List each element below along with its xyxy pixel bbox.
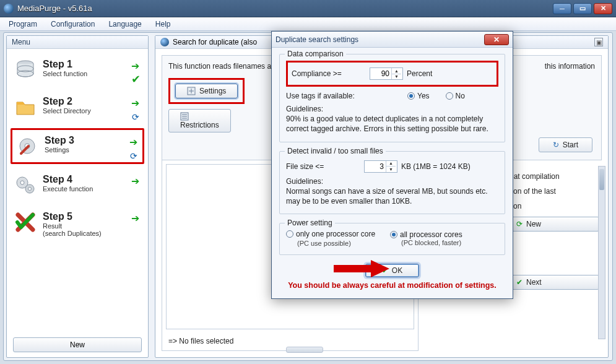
step-subtitle: Result (search Duplicates) — [43, 222, 102, 237]
arrow-right-icon: ➔ — [131, 175, 139, 187]
gears-icon — [14, 174, 37, 196]
sidebar-step-1[interactable]: Step 1 Select function ➔ ✔ — [11, 54, 144, 86]
filesize-spinner[interactable]: ▲▼ — [364, 160, 397, 173]
spin-up-icon[interactable]: ▲ — [386, 161, 396, 167]
result-icon — [14, 211, 37, 233]
folder-icon — [14, 96, 37, 118]
guidelines-text: Normal songs can have a size of several … — [286, 187, 488, 206]
use-tags-label: Use tags if available: — [286, 92, 404, 100]
all-cores-radio[interactable]: all processor cores — [390, 230, 462, 239]
one-core-sub: (PC use possible) — [286, 240, 388, 247]
restrictions-button[interactable]: Restrictions — [168, 109, 231, 132]
menu-configuration[interactable]: Configuration — [45, 19, 101, 30]
red-arrow-annotation — [334, 260, 389, 277]
refresh-icon[interactable]: ⟳ — [132, 112, 139, 122]
arrow-right-icon: ➔ — [131, 60, 139, 72]
use-tags-yes-radio[interactable]: Yes — [407, 92, 430, 100]
svg-marker-11 — [334, 260, 389, 277]
sidebar-step-2[interactable]: Step 2 Select Directory ➔ ⟳ — [11, 91, 144, 123]
dialog-title: Duplicate search settings — [275, 35, 484, 44]
app-icon — [4, 4, 14, 14]
step-subtitle: Select Directory — [43, 107, 91, 115]
settings-dialog: Duplicate search settings ✕ Data compari… — [271, 31, 513, 299]
detect-invalid-group: Detect invalid / too small files File si… — [279, 151, 505, 215]
horizontal-scrollbar[interactable] — [286, 347, 323, 353]
menu-language[interactable]: Language — [102, 19, 147, 30]
step-title: Step 2 — [43, 96, 91, 107]
group-legend: Power setting — [285, 219, 335, 227]
refresh-icon[interactable]: ⟳ — [130, 151, 137, 161]
window-close-button[interactable]: ✕ — [594, 3, 612, 14]
start-button[interactable]: ↻ Start — [539, 137, 592, 152]
maximize-icon: ▭ — [579, 4, 586, 12]
step-title: Step 4 — [43, 174, 93, 185]
window-maximize-button[interactable]: ▭ — [573, 3, 592, 14]
use-tags-no-radio[interactable]: No — [446, 92, 465, 100]
guidelines-heading: Guidelines: — [286, 177, 323, 186]
compliance-unit: Percent — [407, 69, 432, 78]
ok-button-label: OK — [392, 266, 402, 275]
settings-button-label: Settings — [199, 87, 226, 95]
checkmark-icon: ✔ — [131, 72, 141, 86]
group-legend: Detect invalid / too small files — [285, 147, 386, 155]
window-titlebar: MediaPurge - v5.61a ─ ▭ ✕ — [0, 0, 616, 17]
radio-label: only one processor core — [296, 230, 375, 238]
one-core-radio[interactable]: only one processor core — [286, 230, 375, 238]
compliance-input[interactable] — [370, 69, 391, 79]
new-button-label: New — [70, 340, 85, 349]
side-controls: eat compilation tion of the last tion ⟳ … — [510, 172, 599, 290]
step-title: Step 1 — [43, 59, 87, 70]
warning-text: You should be always careful at modifica… — [279, 281, 505, 290]
radio-label: Yes — [417, 92, 430, 100]
all-cores-sub: (PC blocked, faster) — [390, 239, 492, 246]
guidelines-heading: Guidelines: — [286, 105, 323, 113]
radio-label: all processor cores — [400, 230, 462, 239]
compilation-hint: eat compilation — [510, 172, 599, 181]
scrollbar-thumb[interactable] — [599, 169, 604, 190]
step-subtitle: Select function — [43, 70, 87, 77]
file-status-text: => No files selected — [168, 337, 233, 345]
sidebar-title: Menu — [7, 36, 148, 49]
arrow-right-icon: ➔ — [131, 212, 139, 224]
group-legend: Data comparison — [285, 50, 346, 58]
menu-program[interactable]: Program — [2, 19, 43, 30]
sidebar-step-4[interactable]: Step 4 Execute function ➔ — [11, 169, 144, 201]
arrow-right-icon: ➔ — [131, 97, 139, 109]
close-icon: ✕ — [601, 4, 606, 12]
sidebar-step-3[interactable]: Step 3 Settings ➔ ⟳ — [11, 128, 144, 164]
description-extra: this information — [545, 62, 595, 71]
arrow-right-icon: ➔ — [129, 136, 137, 148]
start-button-label: Start — [563, 141, 578, 149]
step-title: Step 5 — [43, 211, 102, 222]
window-minimize-button[interactable]: ─ — [553, 3, 571, 14]
last-hint-b: tion — [510, 202, 599, 210]
menu-help[interactable]: Help — [149, 19, 177, 30]
side-new-label: New — [526, 220, 541, 228]
side-next-label: Next — [526, 278, 542, 287]
dialog-close-button[interactable]: ✕ — [484, 34, 509, 45]
spin-up-icon[interactable]: ▲ — [392, 68, 401, 74]
sidebar-new-button[interactable]: New — [13, 337, 142, 352]
filesize-unit: KB (1MB = 1024 KB) — [401, 162, 471, 171]
dialog-titlebar: Duplicate search settings ✕ — [272, 32, 513, 48]
sidebar-step-5[interactable]: Step 5 Result (search Duplicates) ➔ — [11, 206, 144, 242]
settings-button[interactable]: Settings — [175, 84, 238, 98]
side-next-button[interactable]: ✔ Next — [510, 275, 599, 290]
vertical-scrollbar[interactable] — [598, 166, 605, 339]
menu-bar: Program Configuration Language Help — [0, 17, 616, 31]
checkmark-icon: ✔ — [516, 278, 523, 287]
compliance-spinner[interactable]: ▲▼ — [370, 67, 403, 80]
step-title: Step 3 — [45, 135, 74, 146]
panel-icon — [160, 38, 169, 46]
database-icon — [14, 59, 37, 81]
radio-label: No — [456, 92, 465, 100]
svg-point-8 — [28, 188, 32, 191]
spin-down-icon[interactable]: ▼ — [386, 167, 396, 172]
sidebar-panel: Menu Step 1 Select function ➔ ✔ Step 2 — [6, 35, 149, 358]
step-subtitle: Settings — [45, 146, 74, 154]
panel-collapse-button[interactable]: ▣ — [594, 38, 603, 46]
spin-down-icon[interactable]: ▼ — [392, 74, 401, 80]
side-new-button[interactable]: ⟳ New — [510, 217, 599, 232]
power-setting-group: Power setting only one processor core (P… — [279, 223, 505, 255]
filesize-input[interactable] — [365, 162, 386, 171]
